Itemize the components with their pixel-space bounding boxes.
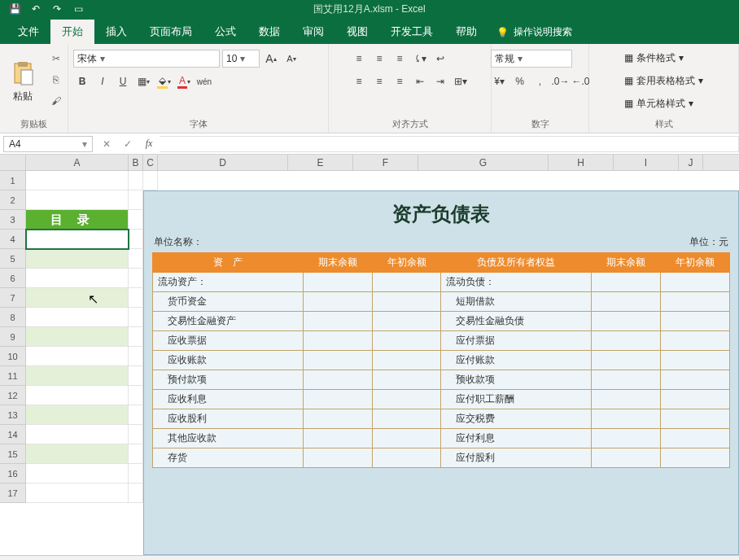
bold-button[interactable]: B [73,72,91,90]
cell[interactable]: ↖ [26,230,129,249]
ribbon-tab-4[interactable]: 公式 [203,20,247,44]
table-cell[interactable] [372,390,441,409]
cell[interactable]: 目录 [26,210,129,230]
table-cell[interactable] [661,351,730,370]
ribbon-tab-8[interactable]: 开发工具 [379,20,444,44]
cell[interactable] [26,347,129,366]
table-cell[interactable] [661,273,730,292]
col-header-B[interactable]: B [129,155,143,170]
cell[interactable] [26,425,129,444]
row-header[interactable]: 6 [0,269,26,288]
cell[interactable] [26,249,129,269]
indent-inc-icon[interactable]: ⇥ [431,72,449,90]
cell[interactable] [129,210,143,230]
table-cell[interactable] [592,409,661,429]
conditional-format-button[interactable]: ▦条件格式▾ [624,48,684,68]
table-cell[interactable]: 应付利息 [441,429,592,448]
cell[interactable] [26,483,129,503]
cancel-icon[interactable]: ✕ [96,138,117,150]
table-cell[interactable] [592,292,661,312]
ribbon-tab-5[interactable]: 数据 [247,20,291,44]
table-cell[interactable]: 流动资产： [153,273,304,292]
col-header-F[interactable]: F [353,155,418,170]
cell[interactable] [129,405,143,425]
cell[interactable] [129,269,143,288]
cell[interactable] [26,405,129,425]
align-right-icon[interactable]: ≡ [391,72,409,90]
table-cell[interactable] [303,292,372,312]
table-cell[interactable] [303,331,372,351]
row-header[interactable]: 7 [0,288,26,308]
cell[interactable] [129,288,143,308]
cell[interactable] [129,483,143,503]
font-name-select[interactable]: 宋体▾ [73,50,220,68]
table-cell[interactable]: 其他应收款 [153,429,304,448]
fill-color-button[interactable]: ⬙▾ [155,72,173,90]
table-cell[interactable]: 预付款项 [153,370,304,390]
name-box[interactable]: A4▾ [3,136,93,152]
ribbon-tab-1[interactable]: 开始 [50,20,94,44]
row-header[interactable]: 5 [0,249,26,269]
font-color-button[interactable]: A▾ [175,72,193,90]
cell[interactable] [129,171,143,190]
save-icon[interactable]: 💾 [8,2,21,15]
align-middle-icon[interactable]: ≡ [370,50,388,68]
row-header[interactable]: 17 [0,483,26,503]
ribbon-tab-9[interactable]: 帮助 [444,20,488,44]
table-cell[interactable]: 货币资金 [153,292,304,312]
copy-icon[interactable]: ⎘ [46,71,66,89]
row-header[interactable]: 3 [0,210,26,230]
col-header-C[interactable]: C [143,155,158,170]
cell[interactable] [129,327,143,347]
cut-icon[interactable]: ✂ [46,50,66,68]
cell[interactable] [26,327,129,347]
table-cell[interactable]: 应付账款 [441,351,592,370]
table-cell[interactable] [661,390,730,409]
table-cell[interactable]: 应收账款 [153,351,304,370]
align-left-icon[interactable]: ≡ [350,72,368,90]
redo-icon[interactable]: ↷ [50,2,63,15]
table-cell[interactable]: 存货 [153,448,304,468]
number-format-select[interactable]: 常规▾ [491,50,572,68]
cell[interactable] [26,269,129,288]
col-header-D[interactable]: D [158,155,288,170]
grow-font-icon[interactable]: A▴ [262,50,280,68]
row-header[interactable]: 10 [0,347,26,366]
formula-input[interactable] [160,136,739,152]
table-cell[interactable] [303,273,372,292]
col-header-G[interactable]: G [418,155,549,170]
ribbon-tab-2[interactable]: 插入 [94,20,138,44]
row-header[interactable]: 11 [0,366,26,386]
align-center-icon[interactable]: ≡ [370,72,388,90]
currency-icon[interactable]: ¥▾ [491,72,509,90]
align-top-icon[interactable]: ≡ [350,50,368,68]
table-cell[interactable] [592,331,661,351]
cell[interactable] [129,347,143,366]
table-cell[interactable]: 交易性金融资产 [153,312,304,331]
paste-button[interactable]: 粘贴 [2,50,43,113]
enter-icon[interactable]: ✓ [117,138,138,150]
table-cell[interactable]: 应付职工薪酬 [441,390,592,409]
row-header[interactable]: 13 [0,405,26,425]
table-cell[interactable] [372,448,441,468]
cell[interactable] [129,249,143,269]
touch-icon[interactable]: ▭ [72,2,85,15]
table-cell[interactable] [372,351,441,370]
col-header-J[interactable]: J [679,155,703,170]
cell[interactable] [26,444,129,464]
row-header[interactable]: 16 [0,464,26,483]
table-cell[interactable] [372,312,441,331]
cell[interactable] [129,308,143,327]
table-cell[interactable]: 预收款项 [441,370,592,390]
cell[interactable] [129,464,143,483]
cell[interactable] [129,444,143,464]
indent-dec-icon[interactable]: ⇤ [411,72,429,90]
cell[interactable] [26,190,129,210]
col-header-E[interactable]: E [288,155,353,170]
cell[interactable] [143,171,158,190]
table-cell[interactable]: 应付股利 [441,448,592,468]
underline-button[interactable]: U [114,72,132,90]
merge-button[interactable]: ⊞▾ [452,72,470,90]
inc-decimal-icon[interactable]: .0→ [552,72,570,90]
table-cell[interactable]: 应收票据 [153,331,304,351]
